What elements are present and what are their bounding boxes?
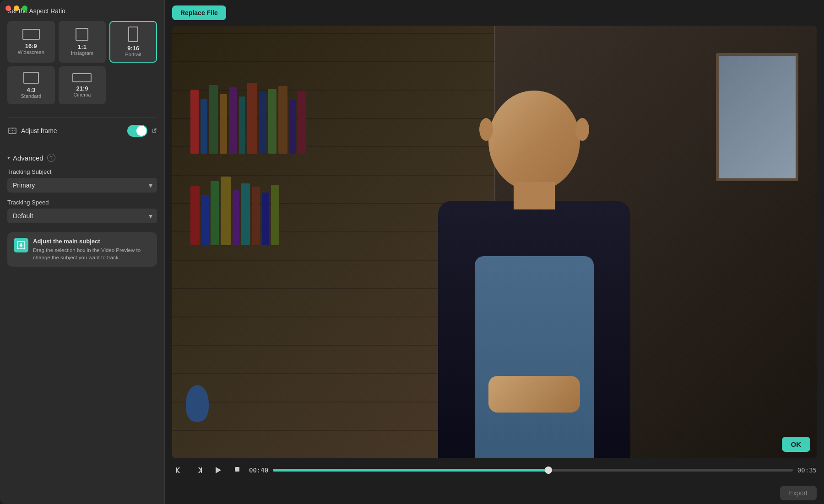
tracking-subject-label: Tracking Subject	[7, 168, 157, 175]
aspect-ratio-label-16-9: 16:9	[25, 43, 37, 49]
tracking-speed-label: Tracking Speed	[7, 199, 157, 206]
left-panel: Set the Aspect Ratio 16:9 Widescreen 1:1…	[0, 0, 165, 504]
aspect-icon-4-3	[23, 72, 39, 84]
aspect-ratio-grid-row2: 4:3 Standard 21:9 Cinema	[7, 66, 157, 104]
aspect-card-1-1[interactable]: 1:1 Instagram	[59, 21, 106, 63]
aspect-ratio-label-1-1: 1:1	[78, 43, 87, 50]
info-card-description: Drag the selection box in the Video Prev…	[33, 247, 151, 261]
video-scene	[172, 26, 817, 458]
adjust-frame-row: Adjust frame ↺	[7, 123, 157, 139]
bottom-bar: Export	[165, 482, 824, 504]
stop-icon	[233, 465, 242, 476]
aspect-ratio-label-9-16: 9:16	[127, 45, 139, 52]
aspect-ratio-label-21-9: 21:9	[76, 85, 88, 92]
close-button[interactable]	[5, 5, 11, 11]
info-card-text: Adjust the main subject Drag the selecti…	[33, 238, 151, 261]
aspect-ratio-name-4-3: Standard	[21, 93, 42, 99]
info-card-title: Adjust the main subject	[33, 238, 151, 245]
tracking-speed-wrapper: Default Slow Fast	[7, 209, 157, 223]
aspect-ratio-name-1-1: Instagram	[71, 50, 93, 56]
tracking-speed-select[interactable]: Default Slow Fast	[7, 209, 157, 223]
divider-2	[7, 148, 157, 148]
video-frame	[172, 26, 817, 458]
progress-fill	[273, 469, 548, 472]
advanced-label: Advanced	[13, 154, 43, 162]
play-button[interactable]	[211, 463, 225, 477]
aspect-card-4-3[interactable]: 4:3 Standard	[7, 66, 55, 104]
aspect-icon-1-1	[76, 28, 88, 41]
svg-marker-9	[216, 467, 221, 473]
subject-person	[401, 91, 667, 458]
step-forward-button[interactable]	[191, 463, 206, 477]
aspect-card-empty	[109, 66, 157, 104]
right-panel: Replace File	[165, 0, 824, 504]
aspect-ratio-name-9-16: Portrait	[125, 52, 141, 57]
traffic-lights	[5, 5, 27, 11]
export-button[interactable]: Export	[780, 486, 817, 500]
current-time: 00:40	[249, 466, 268, 474]
stop-button[interactable]	[230, 463, 244, 477]
help-icon[interactable]: ?	[47, 154, 55, 162]
aspect-card-9-16[interactable]: 9:16 Portrait	[109, 21, 157, 63]
svg-rect-7	[176, 467, 177, 473]
aspect-ratio-name-16-9: Widescreen	[18, 49, 44, 55]
svg-rect-5	[21, 243, 22, 247]
replace-file-button[interactable]: Replace File	[172, 5, 226, 20]
ok-button[interactable]: OK	[782, 437, 811, 452]
adjust-frame-toggle[interactable]	[127, 125, 147, 137]
svg-rect-10	[235, 467, 239, 472]
advanced-chevron-icon: ▾	[7, 155, 10, 161]
rewind-button[interactable]	[172, 463, 187, 477]
info-card-icon	[14, 238, 28, 252]
adjust-frame-icon	[7, 126, 17, 136]
controls-bar: 00:40 00:35	[165, 458, 824, 482]
aspect-ratio-title: Set the Aspect Ratio	[7, 7, 157, 15]
progress-bar[interactable]	[273, 469, 793, 472]
progress-thumb[interactable]	[545, 466, 552, 474]
aspect-icon-16-9	[22, 29, 40, 40]
aspect-icon-9-16	[128, 27, 138, 42]
minimize-button[interactable]	[14, 5, 19, 11]
svg-rect-8	[201, 467, 202, 473]
aspect-card-21-9[interactable]: 21:9 Cinema	[59, 66, 106, 104]
aspect-ratio-label-4-3: 4:3	[27, 86, 35, 93]
video-container[interactable]: OK	[172, 26, 817, 458]
end-time: 00:35	[797, 466, 817, 474]
aspect-card-16-9[interactable]: 16:9 Widescreen	[7, 21, 55, 63]
advanced-header[interactable]: ▾ Advanced ?	[7, 154, 157, 162]
info-card: Adjust the main subject Drag the selecti…	[7, 232, 157, 267]
maximize-button[interactable]	[22, 5, 27, 11]
reset-icon[interactable]: ↺	[151, 127, 157, 135]
divider-1	[7, 117, 157, 118]
tracking-subject-wrapper: Primary Secondary All	[7, 178, 157, 193]
aspect-icon-21-9	[72, 73, 92, 82]
top-bar: Replace File	[165, 0, 824, 26]
adjust-frame-label: Adjust frame	[21, 127, 127, 134]
aspect-ratio-grid-row1: 16:9 Widescreen 1:1 Instagram 9:16 Portr…	[7, 21, 157, 63]
aspect-ratio-name-21-9: Cinema	[74, 92, 91, 97]
tracking-subject-select[interactable]: Primary Secondary All	[7, 178, 157, 193]
